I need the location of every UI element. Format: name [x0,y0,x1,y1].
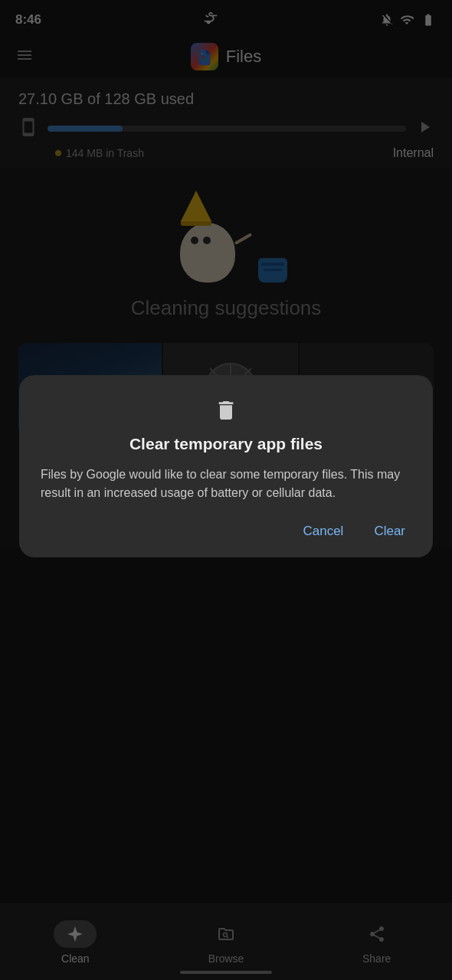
dialog-title: Clear temporary app files [41,435,411,453]
dialog-actions: Cancel Clear [41,521,411,542]
clear-temp-dialog: Clear temporary app files Files by Googl… [19,375,433,557]
clear-button[interactable]: Clear [368,521,411,542]
dialog-trash-icon [41,398,411,423]
dialog-body: Files by Google would like to clear some… [41,466,411,502]
cancel-button[interactable]: Cancel [296,521,349,542]
dialog-overlay: Clear temporary app files Files by Googl… [0,0,452,980]
